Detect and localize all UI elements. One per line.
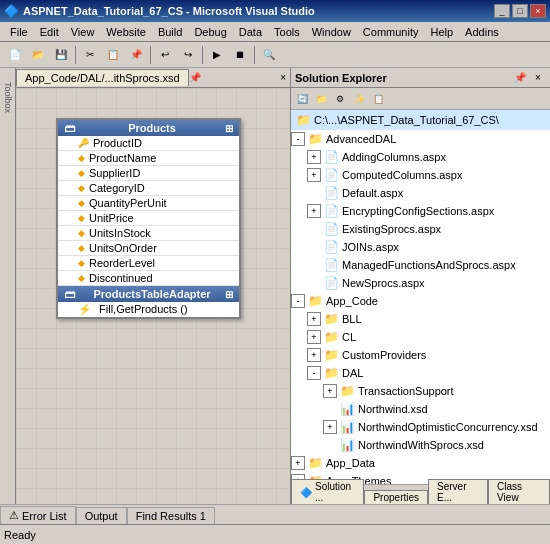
tab-properties[interactable]: Properties [364,490,428,504]
maximize-button[interactable]: □ [512,4,528,18]
tree-aspx-icon: 📄 [323,275,339,291]
tree-item[interactable]: -📁App_Code [291,292,550,310]
tab-server-explorer[interactable]: Server E... [428,479,488,504]
toolbar-copy[interactable]: 📋 [102,44,124,66]
solution-panel-controls[interactable]: 📌 × [512,70,546,86]
toolbar-undo[interactable]: ↩ [154,44,176,66]
toolbar-redo[interactable]: ↪ [177,44,199,66]
title-bar: 🔷 ASPNET_Data_Tutorial_67_CS - Microsoft… [0,0,550,22]
toolbar-stop[interactable]: ⏹ [229,44,251,66]
tree-expand-button[interactable]: - [307,366,321,380]
tree-item[interactable]: +📄EncryptingConfigSections.aspx [291,202,550,220]
designer-tab-bar: App_Code/DAL/...ithSprocs.xsd 📌 × [16,68,290,88]
adapter-expand-icon[interactable]: ⊞ [225,289,233,300]
adapter-method-label: Fill,GetProducts () [99,303,188,315]
solution-bottom-tabs: 🔷 Solution ... Properties Server E... Cl… [291,484,550,504]
menu-addins[interactable]: Addins [459,24,505,40]
solution-toolbar-properties[interactable]: ⚙ [331,90,349,108]
tree-folder-icon: 📁 [323,365,339,381]
window-controls[interactable]: _ □ × [494,4,546,18]
tree-expand-button[interactable]: + [323,420,337,434]
tree-item[interactable]: +📁CL [291,328,550,346]
toolbar-sep4 [254,46,255,64]
tree-item[interactable]: +📄ComputedColumns.aspx [291,166,550,184]
tree-item[interactable]: 📄ManagedFunctionsAndSprocs.aspx [291,256,550,274]
close-button[interactable]: × [530,4,546,18]
toolbar-save[interactable]: 💾 [50,44,72,66]
field-unitsinstock: ◆ UnitsInStock [58,226,239,241]
window-title: ASPNET_Data_Tutorial_67_CS - Microsoft V… [23,5,315,17]
tree-aspx-icon: 📄 [323,185,339,201]
close-icon[interactable]: × [280,72,286,83]
tree-expand-button[interactable]: + [323,384,337,398]
solution-toolbar-refresh[interactable]: 🔄 [293,90,311,108]
tree-item[interactable]: +📁BLL [291,310,550,328]
solution-pin-icon[interactable]: 📌 [512,70,528,86]
toolbar-sep3 [202,46,203,64]
tree-item[interactable]: 📄Default.aspx [291,184,550,202]
toolbar-new[interactable]: 📄 [4,44,26,66]
tree-item[interactable]: 📄ExistingSprocs.aspx [291,220,550,238]
tree-expand-button[interactable]: + [307,312,321,326]
tree-expand-button[interactable]: + [291,456,305,470]
tree-item[interactable]: 📄JOINs.aspx [291,238,550,256]
tab-find-results[interactable]: Find Results 1 [127,507,215,524]
minimize-button[interactable]: _ [494,4,510,18]
tree-expand-button[interactable]: - [291,294,305,308]
menu-build[interactable]: Build [152,24,188,40]
field-productid-label: ProductID [93,137,142,149]
menu-edit[interactable]: Edit [34,24,65,40]
adapter-header-icon: 🗃 [64,288,75,300]
tab-solution[interactable]: 🔷 Solution ... [291,479,364,504]
adapter-method: ⚡ Fill,GetProducts () [58,302,239,317]
tree-expand-button[interactable]: + [307,168,321,182]
tree-item[interactable]: +📄AddingColumns.aspx [291,148,550,166]
menu-community[interactable]: Community [357,24,425,40]
menu-window[interactable]: Window [306,24,357,40]
toolbar-cut[interactable]: ✂ [79,44,101,66]
tree-expand-button[interactable]: + [307,204,321,218]
tree-item[interactable]: +📁CustomProviders [291,346,550,364]
menu-view[interactable]: View [65,24,101,40]
tree-item[interactable]: +📁TransactionSupport [291,382,550,400]
tree-item[interactable]: -📁AdvancedDAL [291,130,550,148]
designer-canvas: 🗃 Products ⊞ 🔑 ProductID ◆ ProductName ◆… [16,88,290,504]
tree-item[interactable]: 📄NewSprocs.aspx [291,274,550,292]
tree-expand-button[interactable]: + [307,348,321,362]
pin-icon[interactable]: 📌 [189,72,201,83]
solution-toolbar-folder[interactable]: 📁 [312,90,330,108]
tree-item[interactable]: -📁DAL [291,364,550,382]
products-header-icon: 🗃 [64,122,75,134]
tree-item[interactable]: +📊NorthwindOptimisticConcurrency.xsd [291,418,550,436]
solution-root[interactable]: 📁 C:\...\ASPNET_Data_Tutorial_67_CS\ [291,110,550,130]
tree-item[interactable]: 📊Northwind.xsd [291,400,550,418]
toolbar-debug-start[interactable]: ▶ [206,44,228,66]
tree-item[interactable]: +📁App_Data [291,454,550,472]
tree-item[interactable]: 📊NorthwindWithSprocs.xsd [291,436,550,454]
tab-class-view[interactable]: Class View [488,479,550,504]
designer-tab[interactable]: App_Code/DAL/...ithSprocs.xsd [16,69,189,86]
field-icon: ◆ [78,168,85,178]
solution-toolbar-copy[interactable]: 📋 [369,90,387,108]
field-icon: ◆ [78,273,85,283]
menu-website[interactable]: Website [100,24,152,40]
menu-data[interactable]: Data [233,24,268,40]
menu-help[interactable]: Help [424,24,459,40]
tree-expand-button[interactable]: + [307,150,321,164]
field-unitsinstock-label: UnitsInStock [89,227,151,239]
tree-xsd-icon: 📊 [339,401,355,417]
tree-expand-button[interactable]: + [307,330,321,344]
toolbar-search[interactable]: 🔍 [258,44,280,66]
solution-toolbar-new[interactable]: ✨ [350,90,368,108]
menu-debug[interactable]: Debug [188,24,232,40]
menu-tools[interactable]: Tools [268,24,306,40]
menu-file[interactable]: File [4,24,34,40]
tab-output[interactable]: Output [76,507,127,524]
products-expand-icon[interactable]: ⊞ [225,123,233,134]
tree-expand-button[interactable]: - [291,132,305,146]
tab-error-list[interactable]: ⚠ Error List [0,506,76,524]
solution-tree[interactable]: -📁AdvancedDAL+📄AddingColumns.aspx+📄Compu… [291,130,550,484]
toolbar-open[interactable]: 📂 [27,44,49,66]
solution-close-icon[interactable]: × [530,70,546,86]
toolbar-paste[interactable]: 📌 [125,44,147,66]
